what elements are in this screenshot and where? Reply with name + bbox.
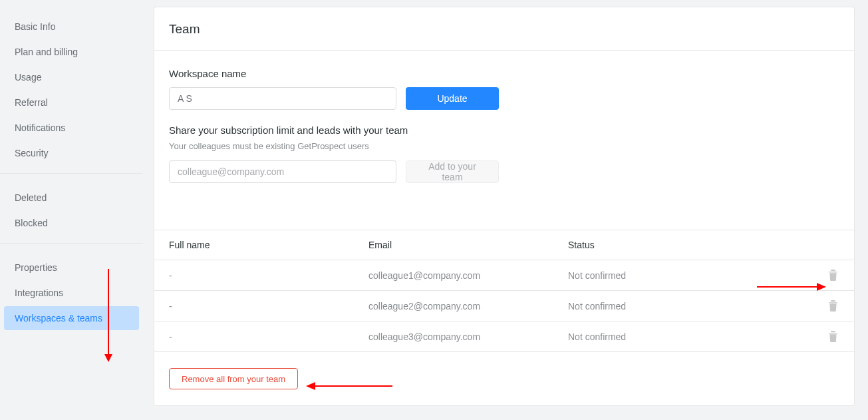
col-header-email: Email (368, 240, 568, 250)
cell-email: colleague3@company.com (368, 331, 568, 342)
col-header-status: Status (568, 240, 813, 250)
remove-all-button[interactable]: Remove all from your team (169, 368, 298, 389)
sidebar-item-properties[interactable]: Properties (0, 256, 143, 280)
cell-email: colleague1@company.com (368, 270, 568, 281)
sidebar-item-security[interactable]: Security (0, 141, 143, 165)
col-header-name: Full name (169, 240, 368, 250)
sidebar-item-deleted[interactable]: Deleted (0, 186, 143, 210)
page-title: Team (169, 22, 839, 37)
sidebar-item-workspaces-teams[interactable]: Workspaces & teams (4, 306, 139, 330)
trash-icon[interactable] (827, 329, 839, 343)
sidebar: Basic InfoPlan and billingUsageReferralN… (0, 0, 143, 420)
sidebar-divider (0, 173, 143, 174)
share-heading: Share your subscription limit and leads … (169, 124, 839, 136)
table-header-row: Full name Email Status (154, 230, 854, 260)
sidebar-item-integrations[interactable]: Integrations (0, 281, 143, 305)
main-content: Team Workspace name Update Share your su… (143, 0, 868, 420)
table-row: -colleague2@company.comNot confirmed (154, 291, 854, 321)
sidebar-item-plan-and-billing[interactable]: Plan and billing (0, 40, 143, 64)
trash-icon[interactable] (827, 299, 839, 313)
table-footer: Remove all from your team (154, 352, 854, 405)
add-to-team-button[interactable]: Add to your team (406, 160, 499, 183)
update-button[interactable]: Update (406, 87, 499, 110)
add-email-input[interactable] (169, 160, 396, 183)
cell-status: Not confirmed (568, 270, 813, 281)
workspace-name-input[interactable] (169, 87, 396, 110)
table-row: -colleague3@company.comNot confirmed (154, 321, 854, 352)
sidebar-item-referral[interactable]: Referral (0, 91, 143, 114)
team-table: Full name Email Status -colleague1@compa… (154, 230, 854, 405)
trash-icon[interactable] (827, 268, 839, 282)
share-hint: Your colleagues must be existing GetPros… (169, 141, 839, 151)
sidebar-item-blocked[interactable]: Blocked (0, 211, 143, 235)
cell-status: Not confirmed (568, 301, 813, 312)
cell-name: - (169, 270, 368, 281)
sidebar-item-basic-info[interactable]: Basic Info (0, 15, 143, 39)
sidebar-divider (0, 243, 143, 244)
cell-name: - (169, 331, 368, 342)
sidebar-item-usage[interactable]: Usage (0, 65, 143, 89)
cell-name: - (169, 301, 368, 312)
sidebar-item-notifications[interactable]: Notifications (0, 116, 143, 140)
team-card: Team Workspace name Update Share your su… (154, 7, 855, 406)
table-row: -colleague1@company.comNot confirmed (154, 260, 854, 291)
workspace-name-label: Workspace name (169, 68, 839, 79)
card-header: Team (154, 7, 854, 51)
workspace-section: Workspace name Update Share your subscri… (154, 51, 854, 230)
cell-status: Not confirmed (568, 331, 813, 342)
cell-email: colleague2@company.com (368, 301, 568, 312)
